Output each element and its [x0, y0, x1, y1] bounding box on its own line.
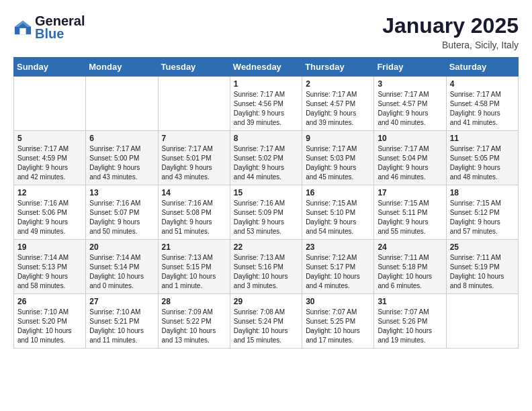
- day-info: Sunrise: 7:17 AMSunset: 5:02 PMDaylight:…: [234, 144, 298, 182]
- day-info: Sunrise: 7:14 AMSunset: 5:14 PMDaylight:…: [89, 253, 154, 291]
- calendar-cell: 18Sunrise: 7:15 AMSunset: 5:12 PMDayligh…: [446, 185, 518, 240]
- day-number: 18: [450, 188, 515, 197]
- day-info: Sunrise: 7:17 AMSunset: 4:57 PMDaylight:…: [306, 90, 370, 128]
- day-info: Sunrise: 7:13 AMSunset: 5:15 PMDaylight:…: [162, 253, 226, 291]
- day-info: Sunrise: 7:08 AMSunset: 5:24 PMDaylight:…: [234, 308, 298, 345]
- day-number: 22: [234, 242, 298, 252]
- day-info: Sunrise: 7:10 AMSunset: 5:20 PMDaylight:…: [17, 308, 82, 345]
- calendar-cell: 2Sunrise: 7:17 AMSunset: 4:57 PMDaylight…: [302, 77, 374, 131]
- calendar-week-row: 12Sunrise: 7:16 AMSunset: 5:06 PMDayligh…: [14, 185, 519, 240]
- day-info: Sunrise: 7:15 AMSunset: 5:11 PMDaylight:…: [378, 199, 442, 236]
- day-number: 26: [17, 297, 82, 306]
- day-info: Sunrise: 7:07 AMSunset: 5:25 PMDaylight:…: [306, 308, 370, 345]
- day-number: 24: [378, 242, 442, 252]
- day-number: 23: [306, 242, 370, 252]
- day-number: 28: [162, 297, 226, 306]
- day-number: 17: [378, 188, 442, 197]
- calendar-header-row: SundayMondayTuesdayWednesdayThursdayFrid…: [14, 58, 519, 77]
- day-info: Sunrise: 7:11 AMSunset: 5:18 PMDaylight:…: [378, 253, 442, 291]
- calendar-cell: 20Sunrise: 7:14 AMSunset: 5:14 PMDayligh…: [86, 240, 158, 294]
- calendar-table: SundayMondayTuesdayWednesdayThursdayFrid…: [13, 57, 519, 349]
- day-info: Sunrise: 7:16 AMSunset: 5:09 PMDaylight:…: [234, 199, 298, 236]
- day-info: Sunrise: 7:14 AMSunset: 5:13 PMDaylight:…: [17, 253, 82, 291]
- weekday-header-friday: Friday: [374, 58, 446, 77]
- title-block: January 2025 Butera, Sicily, Italy: [382, 13, 519, 50]
- day-info: Sunrise: 7:10 AMSunset: 5:21 PMDaylight:…: [89, 308, 154, 345]
- day-number: 29: [234, 297, 298, 306]
- day-number: 19: [17, 242, 82, 252]
- calendar-week-row: 1Sunrise: 7:17 AMSunset: 4:56 PMDaylight…: [14, 77, 519, 131]
- weekday-header-thursday: Thursday: [302, 58, 374, 77]
- day-info: Sunrise: 7:17 AMSunset: 5:00 PMDaylight:…: [89, 144, 154, 182]
- calendar-cell: [158, 77, 230, 131]
- day-info: Sunrise: 7:16 AMSunset: 5:06 PMDaylight:…: [17, 199, 82, 236]
- calendar-cell: 14Sunrise: 7:16 AMSunset: 5:08 PMDayligh…: [158, 185, 230, 240]
- day-number: 7: [162, 134, 226, 143]
- day-number: 20: [89, 242, 154, 252]
- day-info: Sunrise: 7:16 AMSunset: 5:07 PMDaylight:…: [89, 199, 154, 236]
- month-title: January 2025: [382, 13, 519, 38]
- day-number: 3: [378, 79, 442, 89]
- calendar-cell: 25Sunrise: 7:11 AMSunset: 5:19 PMDayligh…: [446, 240, 518, 294]
- calendar-week-row: 26Sunrise: 7:10 AMSunset: 5:20 PMDayligh…: [14, 294, 519, 349]
- day-number: 8: [234, 134, 298, 143]
- day-number: 10: [378, 134, 442, 143]
- day-info: Sunrise: 7:17 AMSunset: 4:57 PMDaylight:…: [378, 90, 442, 128]
- day-number: 2: [306, 79, 370, 89]
- day-number: 12: [17, 188, 82, 197]
- calendar-cell: 17Sunrise: 7:15 AMSunset: 5:11 PMDayligh…: [374, 185, 446, 240]
- calendar-week-row: 19Sunrise: 7:14 AMSunset: 5:13 PMDayligh…: [14, 240, 519, 294]
- calendar-cell: [14, 77, 86, 131]
- day-info: Sunrise: 7:17 AMSunset: 5:05 PMDaylight:…: [450, 144, 515, 182]
- weekday-header-sunday: Sunday: [14, 58, 86, 77]
- calendar-cell: 24Sunrise: 7:11 AMSunset: 5:18 PMDayligh…: [374, 240, 446, 294]
- calendar-cell: 23Sunrise: 7:12 AMSunset: 5:17 PMDayligh…: [302, 240, 374, 294]
- day-info: Sunrise: 7:09 AMSunset: 5:22 PMDaylight:…: [162, 308, 226, 345]
- day-number: 31: [378, 297, 442, 306]
- day-info: Sunrise: 7:11 AMSunset: 5:19 PMDaylight:…: [450, 253, 515, 291]
- calendar-cell: 26Sunrise: 7:10 AMSunset: 5:20 PMDayligh…: [14, 294, 86, 349]
- day-number: 14: [162, 188, 226, 197]
- day-number: 16: [306, 188, 370, 197]
- calendar-cell: 10Sunrise: 7:17 AMSunset: 5:04 PMDayligh…: [374, 131, 446, 185]
- calendar-cell: 6Sunrise: 7:17 AMSunset: 5:00 PMDaylight…: [86, 131, 158, 185]
- day-info: Sunrise: 7:17 AMSunset: 4:56 PMDaylight:…: [234, 90, 298, 128]
- calendar-cell: [86, 77, 158, 131]
- calendar-cell: 8Sunrise: 7:17 AMSunset: 5:02 PMDaylight…: [230, 131, 302, 185]
- weekday-header-wednesday: Wednesday: [230, 58, 302, 77]
- location-subtitle: Butera, Sicily, Italy: [382, 40, 519, 50]
- calendar-cell: 1Sunrise: 7:17 AMSunset: 4:56 PMDaylight…: [230, 77, 302, 131]
- day-number: 9: [306, 134, 370, 143]
- day-info: Sunrise: 7:13 AMSunset: 5:16 PMDaylight:…: [234, 253, 298, 291]
- calendar-cell: 19Sunrise: 7:14 AMSunset: 5:13 PMDayligh…: [14, 240, 86, 294]
- day-info: Sunrise: 7:07 AMSunset: 5:26 PMDaylight:…: [378, 308, 442, 345]
- calendar-cell: 30Sunrise: 7:07 AMSunset: 5:25 PMDayligh…: [302, 294, 374, 349]
- day-info: Sunrise: 7:15 AMSunset: 5:10 PMDaylight:…: [306, 199, 370, 236]
- day-number: 27: [89, 297, 154, 306]
- day-info: Sunrise: 7:16 AMSunset: 5:08 PMDaylight:…: [162, 199, 226, 236]
- weekday-header-saturday: Saturday: [446, 58, 518, 77]
- svg-rect-2: [19, 28, 26, 34]
- calendar-cell: 13Sunrise: 7:16 AMSunset: 5:07 PMDayligh…: [86, 185, 158, 240]
- calendar-cell: 28Sunrise: 7:09 AMSunset: 5:22 PMDayligh…: [158, 294, 230, 349]
- calendar-cell: 7Sunrise: 7:17 AMSunset: 5:01 PMDaylight…: [158, 131, 230, 185]
- calendar-cell: 9Sunrise: 7:17 AMSunset: 5:03 PMDaylight…: [302, 131, 374, 185]
- weekday-header-tuesday: Tuesday: [158, 58, 230, 77]
- calendar-cell: 15Sunrise: 7:16 AMSunset: 5:09 PMDayligh…: [230, 185, 302, 240]
- day-number: 11: [450, 134, 515, 143]
- day-number: 5: [17, 134, 82, 143]
- day-info: Sunrise: 7:17 AMSunset: 5:04 PMDaylight:…: [378, 144, 442, 182]
- calendar-cell: 31Sunrise: 7:07 AMSunset: 5:26 PMDayligh…: [374, 294, 446, 349]
- day-number: 4: [450, 79, 515, 89]
- page-header: General Blue January 2025 Butera, Sicily…: [13, 13, 519, 50]
- logo: General Blue: [13, 13, 85, 42]
- calendar-cell: 12Sunrise: 7:16 AMSunset: 5:06 PMDayligh…: [14, 185, 86, 240]
- calendar-cell: 5Sunrise: 7:17 AMSunset: 4:59 PMDaylight…: [14, 131, 86, 185]
- calendar-cell: 3Sunrise: 7:17 AMSunset: 4:57 PMDaylight…: [374, 77, 446, 131]
- day-info: Sunrise: 7:17 AMSunset: 5:03 PMDaylight:…: [306, 144, 370, 182]
- day-number: 13: [89, 188, 154, 197]
- calendar-cell: 4Sunrise: 7:17 AMSunset: 4:58 PMDaylight…: [446, 77, 518, 131]
- day-info: Sunrise: 7:15 AMSunset: 5:12 PMDaylight:…: [450, 199, 515, 236]
- weekday-header-monday: Monday: [86, 58, 158, 77]
- calendar-cell: 21Sunrise: 7:13 AMSunset: 5:15 PMDayligh…: [158, 240, 230, 294]
